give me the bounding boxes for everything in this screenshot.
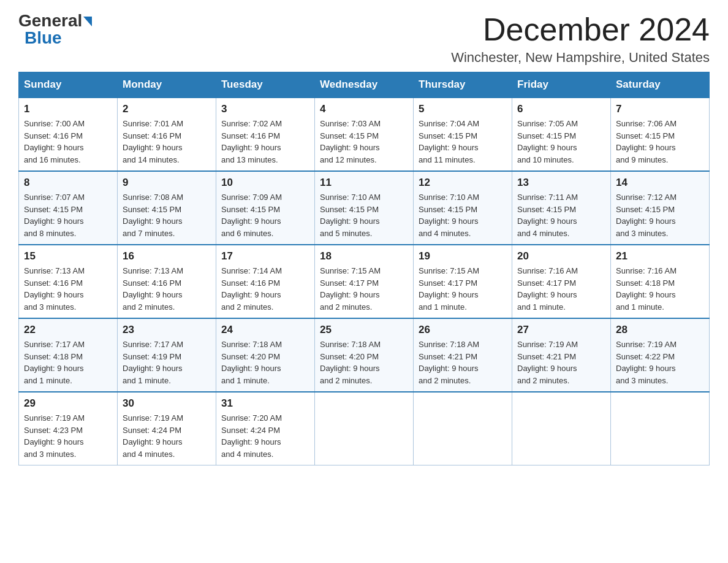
day-info: Sunrise: 7:04 AMSunset: 4:15 PMDaylight:… xyxy=(419,118,507,166)
day-info: Sunrise: 7:12 AMSunset: 4:15 PMDaylight:… xyxy=(616,191,704,239)
day-info: Sunrise: 7:20 AMSunset: 4:24 PMDaylight:… xyxy=(221,412,309,460)
day-info: Sunrise: 7:14 AMSunset: 4:16 PMDaylight:… xyxy=(221,265,309,313)
calendar-cell: 23Sunrise: 7:17 AMSunset: 4:19 PMDayligh… xyxy=(118,318,216,392)
calendar-cell: 16Sunrise: 7:13 AMSunset: 4:16 PMDayligh… xyxy=(118,245,216,318)
day-number: 26 xyxy=(419,324,507,336)
day-info: Sunrise: 7:03 AMSunset: 4:15 PMDaylight:… xyxy=(320,118,408,166)
day-number: 27 xyxy=(517,324,605,336)
day-of-week-header: Wednesday xyxy=(315,72,414,98)
calendar-cell: 25Sunrise: 7:18 AMSunset: 4:20 PMDayligh… xyxy=(315,318,414,392)
day-info: Sunrise: 7:16 AMSunset: 4:18 PMDaylight:… xyxy=(616,265,704,313)
day-info: Sunrise: 7:17 AMSunset: 4:19 PMDaylight:… xyxy=(123,339,211,386)
day-info: Sunrise: 7:19 AMSunset: 4:21 PMDaylight:… xyxy=(517,339,605,386)
calendar-cell: 9Sunrise: 7:08 AMSunset: 4:15 PMDaylight… xyxy=(118,171,216,245)
day-number: 13 xyxy=(517,177,605,189)
day-info: Sunrise: 7:00 AMSunset: 4:16 PMDaylight:… xyxy=(24,118,112,166)
day-info: Sunrise: 7:16 AMSunset: 4:17 PMDaylight:… xyxy=(517,265,605,313)
day-number: 12 xyxy=(419,177,507,189)
day-info: Sunrise: 7:18 AMSunset: 4:20 PMDaylight:… xyxy=(320,339,408,386)
day-number: 2 xyxy=(123,103,211,115)
calendar-cell: 12Sunrise: 7:10 AMSunset: 4:15 PMDayligh… xyxy=(414,171,512,245)
day-of-week-header: Sunday xyxy=(19,72,118,98)
day-info: Sunrise: 7:01 AMSunset: 4:16 PMDaylight:… xyxy=(123,118,211,166)
day-info: Sunrise: 7:02 AMSunset: 4:16 PMDaylight:… xyxy=(221,118,309,166)
day-number: 11 xyxy=(320,177,408,189)
day-number: 18 xyxy=(320,250,408,262)
day-info: Sunrise: 7:13 AMSunset: 4:16 PMDaylight:… xyxy=(123,265,211,313)
day-of-week-header: Monday xyxy=(118,72,216,98)
calendar-cell: 30Sunrise: 7:19 AMSunset: 4:24 PMDayligh… xyxy=(118,392,216,465)
day-number: 6 xyxy=(517,103,605,115)
calendar-cell: 29Sunrise: 7:19 AMSunset: 4:23 PMDayligh… xyxy=(19,392,118,465)
day-of-week-header: Tuesday xyxy=(216,72,315,98)
day-number: 7 xyxy=(616,103,704,115)
day-number: 21 xyxy=(616,250,704,262)
calendar-week-row: 22Sunrise: 7:17 AMSunset: 4:18 PMDayligh… xyxy=(19,318,710,392)
calendar-cell: 8Sunrise: 7:07 AMSunset: 4:15 PMDaylight… xyxy=(19,171,118,245)
day-number: 10 xyxy=(221,177,309,189)
day-info: Sunrise: 7:19 AMSunset: 4:22 PMDaylight:… xyxy=(616,339,704,386)
day-number: 20 xyxy=(517,250,605,262)
day-number: 29 xyxy=(24,397,112,410)
day-number: 28 xyxy=(616,324,704,336)
day-info: Sunrise: 7:13 AMSunset: 4:16 PMDaylight:… xyxy=(24,265,112,313)
month-title: December 2024 xyxy=(451,12,710,47)
calendar-cell: 28Sunrise: 7:19 AMSunset: 4:22 PMDayligh… xyxy=(611,318,710,392)
calendar-cell: 11Sunrise: 7:10 AMSunset: 4:15 PMDayligh… xyxy=(315,171,414,245)
calendar-header-row: SundayMondayTuesdayWednesdayThursdayFrid… xyxy=(19,72,710,98)
calendar-week-row: 8Sunrise: 7:07 AMSunset: 4:15 PMDaylight… xyxy=(19,171,710,245)
calendar-cell xyxy=(611,392,710,465)
page-header: General Blue December 2024 Winchester, N… xyxy=(18,12,710,66)
calendar-cell: 7Sunrise: 7:06 AMSunset: 4:15 PMDaylight… xyxy=(611,98,710,171)
calendar-cell: 20Sunrise: 7:16 AMSunset: 4:17 PMDayligh… xyxy=(512,245,611,318)
calendar-cell xyxy=(414,392,512,465)
logo-general-text: General xyxy=(18,12,82,29)
day-number: 23 xyxy=(123,324,211,336)
calendar-cell: 18Sunrise: 7:15 AMSunset: 4:17 PMDayligh… xyxy=(315,245,414,318)
day-info: Sunrise: 7:15 AMSunset: 4:17 PMDaylight:… xyxy=(419,265,507,313)
day-number: 16 xyxy=(123,250,211,262)
day-number: 8 xyxy=(24,177,112,189)
day-info: Sunrise: 7:05 AMSunset: 4:15 PMDaylight:… xyxy=(517,118,605,166)
day-number: 22 xyxy=(24,324,112,336)
day-number: 19 xyxy=(419,250,507,262)
day-info: Sunrise: 7:10 AMSunset: 4:15 PMDaylight:… xyxy=(320,191,408,239)
day-number: 31 xyxy=(221,397,309,410)
title-area: December 2024 Winchester, New Hampshire,… xyxy=(451,12,710,66)
day-info: Sunrise: 7:09 AMSunset: 4:15 PMDaylight:… xyxy=(221,191,309,239)
day-number: 9 xyxy=(123,177,211,189)
day-info: Sunrise: 7:19 AMSunset: 4:23 PMDaylight:… xyxy=(24,412,112,460)
location-title: Winchester, New Hampshire, United States xyxy=(451,50,710,66)
day-number: 3 xyxy=(221,103,309,115)
calendar-cell: 17Sunrise: 7:14 AMSunset: 4:16 PMDayligh… xyxy=(216,245,315,318)
calendar-week-row: 1Sunrise: 7:00 AMSunset: 4:16 PMDaylight… xyxy=(19,98,710,171)
day-info: Sunrise: 7:18 AMSunset: 4:20 PMDaylight:… xyxy=(221,339,309,386)
logo-triangle-icon xyxy=(83,17,92,26)
day-info: Sunrise: 7:19 AMSunset: 4:24 PMDaylight:… xyxy=(123,412,211,460)
day-number: 1 xyxy=(24,103,112,115)
day-number: 15 xyxy=(24,250,112,262)
day-of-week-header: Saturday xyxy=(611,72,710,98)
day-number: 14 xyxy=(616,177,704,189)
calendar-cell: 27Sunrise: 7:19 AMSunset: 4:21 PMDayligh… xyxy=(512,318,611,392)
calendar-cell: 14Sunrise: 7:12 AMSunset: 4:15 PMDayligh… xyxy=(611,171,710,245)
calendar-cell: 1Sunrise: 7:00 AMSunset: 4:16 PMDaylight… xyxy=(19,98,118,171)
calendar-week-row: 29Sunrise: 7:19 AMSunset: 4:23 PMDayligh… xyxy=(19,392,710,465)
logo-blue-text: Blue xyxy=(25,29,62,47)
calendar-cell xyxy=(512,392,611,465)
calendar-cell: 15Sunrise: 7:13 AMSunset: 4:16 PMDayligh… xyxy=(19,245,118,318)
day-info: Sunrise: 7:10 AMSunset: 4:15 PMDaylight:… xyxy=(419,191,507,239)
calendar-cell: 22Sunrise: 7:17 AMSunset: 4:18 PMDayligh… xyxy=(19,318,118,392)
day-info: Sunrise: 7:15 AMSunset: 4:17 PMDaylight:… xyxy=(320,265,408,313)
day-number: 24 xyxy=(221,324,309,336)
calendar-cell: 5Sunrise: 7:04 AMSunset: 4:15 PMDaylight… xyxy=(414,98,512,171)
day-info: Sunrise: 7:17 AMSunset: 4:18 PMDaylight:… xyxy=(24,339,112,386)
day-info: Sunrise: 7:11 AMSunset: 4:15 PMDaylight:… xyxy=(517,191,605,239)
day-number: 30 xyxy=(123,397,211,410)
day-number: 4 xyxy=(320,103,408,115)
calendar-cell: 13Sunrise: 7:11 AMSunset: 4:15 PMDayligh… xyxy=(512,171,611,245)
calendar-cell: 26Sunrise: 7:18 AMSunset: 4:21 PMDayligh… xyxy=(414,318,512,392)
day-of-week-header: Friday xyxy=(512,72,611,98)
calendar-table: SundayMondayTuesdayWednesdayThursdayFrid… xyxy=(18,72,710,465)
calendar-cell: 6Sunrise: 7:05 AMSunset: 4:15 PMDaylight… xyxy=(512,98,611,171)
